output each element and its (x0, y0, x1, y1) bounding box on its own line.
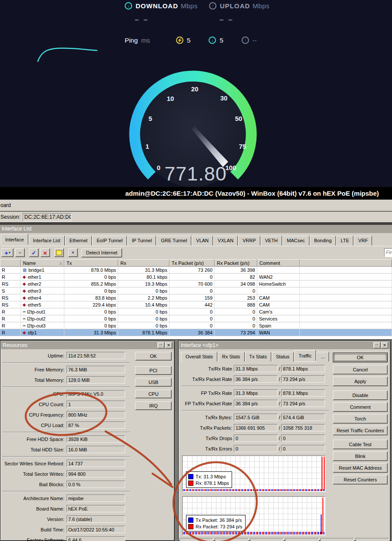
irq-button[interactable]: IRQ (135, 401, 172, 410)
col-tx-packet[interactable]: Tx Packet (p/s) (169, 259, 215, 267)
version-field[interactable]: 7.6 (stable) (66, 515, 125, 523)
fp-txrx-packet-rate-rx-field[interactable]: 73 294 p/s (281, 400, 325, 407)
tab-interface-list[interactable]: Interface List (29, 236, 65, 246)
tab-interface[interactable]: Interface (1, 234, 28, 245)
enable-button[interactable] (29, 248, 39, 257)
total-hdd-field[interactable]: 16.0 MiB (66, 446, 125, 453)
cpu-load-field[interactable]: 87 % (66, 421, 125, 429)
txrx-packets-tx-field[interactable]: 1366 691 905 (234, 424, 278, 431)
tab-rx-stats[interactable]: Rx Stats (218, 352, 245, 362)
txrx-bytes-tx-field[interactable]: 1547.5 GiB (234, 414, 278, 421)
cpu-frequency-field[interactable]: 800 MHz (66, 411, 125, 418)
table-row[interactable]: RS ether5 229.4 kbps10.4 Mbps 442888 CAM (0, 301, 392, 308)
txrx-rate-rx-field[interactable]: 878.1 Mbps (281, 365, 325, 372)
menu-item-partial[interactable]: oard (0, 202, 11, 208)
usb-button[interactable]: USB (135, 378, 172, 387)
tab-vxlan[interactable]: VXLAN (213, 236, 238, 246)
txrx-drops-rx-field[interactable]: 0 (281, 434, 325, 442)
build-time-field[interactable]: Oct/17/2022 10:55:40 (66, 526, 125, 533)
ok-button[interactable]: OK (333, 353, 388, 362)
reset-traffic-counters-button[interactable]: Reset Traffic Counters (333, 426, 388, 435)
tab-macsec[interactable]: MACsec (282, 236, 309, 246)
total-sector-writes-field[interactable]: 994 800 (66, 470, 125, 478)
cpu-field[interactable]: MIPS 74Kc V5.0 (66, 390, 125, 397)
txrx-packets-rx-field[interactable]: 1058 755 318 (281, 424, 325, 431)
col-rx-packet[interactable]: Rx Packet (p/s) (215, 259, 257, 267)
blink-button[interactable]: Blink (333, 451, 388, 461)
free-hdd-field[interactable]: 3928 KiB (66, 435, 125, 443)
txrx-rate-tx-field[interactable]: 31.3 Mbps (234, 365, 278, 372)
tab-overall-stats[interactable]: Overall Stats (181, 352, 217, 362)
table-row[interactable]: RS ether4 83.8 kbps2.2 Mbps 159253 CAM (0, 294, 392, 301)
txrx-bytes-rx-field[interactable]: 574.4 GiB (281, 414, 325, 421)
txrx-errors-tx-field[interactable]: 0 (234, 445, 278, 452)
sector-writes-reboot-field[interactable]: 14 737 (66, 460, 125, 467)
comment-note-button[interactable] (54, 248, 64, 257)
cpu-count-field[interactable]: 1 (66, 401, 125, 408)
uptime-field[interactable]: 11d 21:58:52 (66, 352, 125, 359)
reset-counters-button[interactable]: Reset Counters (333, 475, 388, 484)
apply-button[interactable]: Apply (333, 377, 388, 386)
table-row[interactable]: R bridge1 878.0 Mbps31.3 Mbps 73 26036 3… (0, 267, 392, 274)
remove-button[interactable] (15, 248, 25, 257)
txrx-packet-rate-rx-field[interactable]: 73 294 p/s (281, 375, 325, 383)
torch-button[interactable]: Torch (333, 414, 388, 424)
col-flags[interactable] (0, 259, 21, 267)
table-row[interactable]: R ether1 0 bps80.1 kbps 082 WAN2 (0, 274, 392, 281)
tab-eoip-tunnel[interactable]: EoIP Tunnel (92, 236, 127, 246)
tab-tx-stats[interactable]: Tx Stats (245, 352, 271, 362)
session-field[interactable]: DC:2C:6E:17:AD:DC (23, 213, 71, 221)
table-row-selected[interactable]: R sfp1 31.3 Mbps878.1 Mbps 36 38473 294 … (0, 329, 392, 336)
detect-internet-button[interactable]: Detect Internet (81, 248, 122, 257)
tab-gre-tunnel[interactable]: GRE Tunnel (156, 236, 191, 246)
tab-more[interactable]: ... (316, 352, 329, 362)
bad-blocks-field[interactable]: 0.0 % (66, 481, 125, 488)
fp-txrx-rate-tx-field[interactable]: 31.3 Mbps (234, 389, 278, 397)
tab-traffic[interactable]: Traffic (294, 350, 316, 361)
cable-test-button[interactable]: Cable Test (333, 440, 388, 449)
tab-ethernet[interactable]: Ethernet (65, 236, 92, 246)
comment-button[interactable]: Comment (333, 402, 388, 412)
tab-bonding[interactable]: Bonding (310, 236, 336, 246)
filter-button[interactable] (68, 248, 78, 257)
field-label: Tx/Rx Rate (180, 366, 234, 371)
tab-vrf[interactable]: VRF (354, 236, 372, 246)
table-row[interactable]: R l2tp-out1 0 bps0 bps 00 Cam's (0, 308, 392, 315)
tab-veth[interactable]: VETH (261, 236, 282, 246)
table-row[interactable]: RS ether2 855.2 Mbps19.3 Mbps 70 60034 0… (0, 281, 392, 287)
pci-button[interactable]: PCI (135, 366, 172, 375)
find-input[interactable]: Fin (384, 248, 392, 257)
add-button[interactable] (1, 248, 13, 257)
free-memory-field[interactable]: 76.3 MiB (66, 366, 125, 373)
disable-button[interactable] (40, 248, 50, 257)
tab-vlan[interactable]: VLAN (192, 236, 213, 246)
tab-vrrp[interactable]: VRRP (238, 236, 260, 246)
col-rx[interactable]: Rx (118, 259, 169, 267)
disable-button[interactable]: Disable (333, 391, 388, 400)
sfp1-body: Tx/Rx Rate31.3 Mbps/878.1 Mbps Tx/Rx Pac… (180, 365, 333, 535)
total-memory-field[interactable]: 128.0 MiB (66, 376, 125, 384)
menu-bar[interactable]: oard (0, 200, 392, 211)
col-comment[interactable]: Comment (257, 259, 300, 267)
txrx-errors-rx-field[interactable]: 0 (281, 445, 325, 452)
ok-button[interactable]: OK (135, 352, 172, 361)
fp-txrx-packet-rate-tx-field[interactable]: 36 384 p/s (234, 400, 278, 407)
tab-lte[interactable]: LTE (336, 236, 353, 246)
col-name[interactable]: Name△ (21, 259, 64, 267)
factory-software-field[interactable]: 6.44.6 (66, 536, 125, 541)
board-name-field[interactable]: hEX PoE (66, 505, 125, 512)
txrx-packet-rate-tx-field[interactable]: 36 384 p/s (234, 375, 278, 383)
table-row[interactable]: R l2tp-out2 0 bps0 bps 00 Services (0, 315, 392, 322)
interface-list-titlebar[interactable]: Interface List (0, 225, 392, 233)
txrx-drops-tx-field[interactable]: 0 (234, 434, 278, 442)
architecture-field[interactable]: mipsbe (66, 494, 125, 502)
reset-mac-address-button[interactable]: Reset MAC Address (333, 463, 388, 473)
cpu-button[interactable]: CPU (135, 390, 172, 398)
cancel-button[interactable]: Cancel (333, 365, 388, 374)
col-tx[interactable]: Tx (64, 259, 118, 267)
table-row[interactable]: S ether3 0 bps0 bps 00 (0, 287, 392, 294)
tab-status[interactable]: Status (272, 352, 294, 362)
fp-txrx-rate-rx-field[interactable]: 878.1 Mbps (281, 389, 325, 397)
tab-ip-tunnel[interactable]: IP Tunnel (127, 236, 156, 246)
table-row[interactable]: R l2tp-out3 0 bps0 bps 00 Spain (0, 322, 392, 329)
